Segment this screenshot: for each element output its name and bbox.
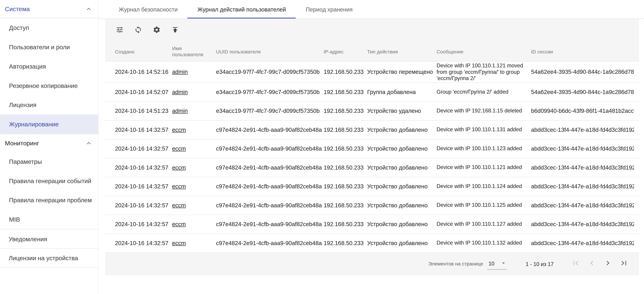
main-content: Журнал безопасности Журнал действий поль… [98, 0, 644, 294]
cell-ip: 192.168.50.233 [324, 89, 367, 95]
cell-created: 2024-10-16 14:52:07 [115, 89, 172, 95]
column-header-username: Имя пользователя [172, 46, 216, 58]
first-page-button[interactable] [568, 256, 584, 272]
cell-action-type: Устройство добавлено [367, 183, 436, 190]
column-header-session-id: ID сессии [531, 48, 634, 55]
cell-username: admin [172, 89, 216, 95]
cell-session-id: abdd3cec-13f4-447e-a18d-fd4d3c3fd192 [531, 127, 634, 133]
tabs-bar: Журнал безопасности Журнал действий поль… [98, 0, 644, 19]
sidebar-item-backup[interactable]: Резервное копирование [0, 76, 98, 95]
cell-message: Device with IP 100.110.1.132 added [436, 240, 531, 246]
table-row: 2024-10-16 14:52:16 admin e34acc19-97f7-… [105, 61, 639, 83]
cell-user-uuid: c97e4824-2e91-4cfb-aaa9-90af82ceb48a [216, 164, 324, 171]
user-link[interactable]: eccm [172, 127, 186, 133]
user-link[interactable]: eccm [172, 240, 186, 247]
next-page-button[interactable] [600, 256, 616, 272]
pagination-bar: Элементов на странице 10 1 - 10 из 17 [105, 253, 639, 275]
sidebar-section-system[interactable]: Система [0, 0, 98, 18]
refresh-button[interactable] [133, 25, 143, 35]
last-page-icon [619, 259, 628, 269]
last-page-button[interactable] [616, 256, 632, 272]
cell-ip: 192.168.50.233 [324, 69, 367, 75]
table-row: 2024-10-16 14:32:57 eccm c97e4824-2e91-4… [105, 177, 639, 196]
cell-user-uuid: c97e4824-2e91-4cfb-aaa9-90af82ceb48a [216, 183, 324, 190]
table-row: 2024-10-16 14:52:07 admin e34acc19-97f7-… [105, 83, 639, 102]
cell-session-id: 54a62ee4-3935-4d90-844c-1a9c286d7873 [531, 69, 634, 75]
cell-username: eccm [172, 127, 216, 133]
cell-created: 2024-10-16 14:52:16 [115, 69, 172, 75]
app-window: Система Доступ Пользователи и роли Автор… [0, 0, 644, 294]
table-row: 2024-10-16 14:51:23 admin e34acc19-97f7-… [105, 102, 639, 120]
cell-ip: 192.168.50.233 [324, 127, 367, 133]
refresh-icon [134, 26, 142, 35]
content-filler [98, 275, 644, 294]
sidebar: Система Доступ Пользователи и роли Автор… [0, 0, 98, 294]
cell-user-uuid: c97e4824-2e91-4cfb-aaa9-90af82ceb48a [216, 240, 324, 247]
user-link[interactable]: eccm [172, 164, 186, 171]
user-link[interactable]: eccm [172, 202, 186, 209]
filter-button[interactable] [114, 25, 124, 35]
cell-message: Device with IP 100.110.1.125 added [436, 202, 531, 209]
column-header-created: Создано [115, 48, 172, 55]
cell-user-uuid: e34acc19-97f7-4fc7-99c7-d099cf57350b [216, 89, 324, 95]
chevron-up-icon [85, 139, 92, 147]
settings-button[interactable] [152, 25, 162, 35]
cell-ip: 192.168.50.233 [324, 145, 367, 152]
cell-username: eccm [172, 202, 216, 209]
cell-action-type: Устройство добавлено [367, 240, 436, 247]
sidebar-item-license[interactable]: Лицензия [0, 95, 98, 115]
cell-action-type: Группа добавлена [367, 89, 436, 95]
cell-message: Device with IP 100.110.1.124 added [436, 183, 531, 190]
cell-action-type: Устройство удалено [367, 108, 436, 114]
cell-username: eccm [172, 145, 216, 152]
table-body: 2024-10-16 14:52:16 admin e34acc19-97f7-… [105, 61, 639, 253]
user-link[interactable]: admin [172, 89, 188, 95]
tab-user-actions-log[interactable]: Журнал действий пользователей [188, 0, 296, 18]
table-row: 2024-10-16 14:32:57 eccm c97e4824-2e91-4… [105, 158, 639, 177]
cell-session-id: abdd3cec-13f4-447e-a18d-fd4d3c3fd192 [531, 145, 634, 152]
arrow-drop-down-icon [500, 260, 507, 268]
cell-username: admin [172, 108, 216, 114]
chevron-up-icon [85, 5, 92, 12]
sidebar-item-mib[interactable]: MIB [0, 210, 98, 229]
sidebar-item-parameters[interactable]: Параметры [0, 152, 98, 171]
page-size-select[interactable]: 10 [487, 259, 507, 270]
cell-created: 2024-10-16 14:32:57 [115, 145, 172, 152]
chevron-left-icon [587, 259, 596, 269]
sidebar-section-monitoring[interactable]: Мониторинг [0, 134, 98, 152]
cell-message: Device with IP 100.110.1.131 added [436, 127, 531, 133]
user-link[interactable]: admin [172, 69, 188, 75]
cell-session-id: abdd3cec-13f4-447e-a18d-fd4d3c3fd192 [531, 202, 634, 209]
cell-created: 2024-10-16 14:32:57 [115, 183, 172, 190]
export-button[interactable] [170, 25, 180, 35]
sidebar-item-notifications[interactable]: Уведомления [0, 229, 98, 248]
gear-icon [152, 26, 160, 35]
column-header-message: Сообщение [436, 48, 531, 55]
user-link[interactable]: eccm [172, 221, 186, 228]
sidebar-item-authorization[interactable]: Авторизация [0, 56, 98, 76]
sidebar-item-access[interactable]: Доступ [0, 18, 98, 37]
user-link[interactable]: admin [172, 108, 188, 114]
previous-page-button[interactable] [584, 256, 600, 272]
cell-message: Device with IP 192.168.1.15 deleted [436, 108, 531, 114]
cell-ip: 192.168.50.233 [324, 221, 367, 228]
tab-retention-period[interactable]: Период хранения [296, 0, 362, 18]
table-toolbar [105, 19, 639, 42]
cell-action-type: Устройство добавлено [367, 127, 436, 133]
sidebar-item-device-licenses[interactable]: Лицензии на устройства [0, 248, 98, 268]
sidebar-item-problem-generation-rules[interactable]: Правила генерации проблем [0, 190, 98, 210]
cell-message: Device with IP 100.110.1.121 moved from … [436, 62, 531, 81]
user-link[interactable]: eccm [172, 145, 186, 152]
sidebar-item-event-generation-rules[interactable]: Правила генерации событий [0, 171, 98, 190]
tab-security-log[interactable]: Журнал безопасности [109, 0, 188, 18]
sidebar-item-users-roles[interactable]: Пользователи и роли [0, 37, 98, 57]
page-size-value: 10 [488, 261, 494, 267]
cell-username: admin [172, 69, 216, 75]
table-row: 2024-10-16 14:32:57 eccm c97e4824-2e91-4… [105, 139, 639, 158]
sidebar-item-logging[interactable]: Журналирование [0, 115, 98, 134]
cell-message: Device with IP 100.110.1.123 added [436, 146, 531, 152]
cell-created: 2024-10-16 14:32:57 [115, 164, 172, 171]
user-link[interactable]: eccm [172, 183, 186, 190]
cell-message: Device with IP 100.110.1.121 added [436, 164, 531, 171]
page-range-label: 1 - 10 из 17 [526, 261, 554, 267]
